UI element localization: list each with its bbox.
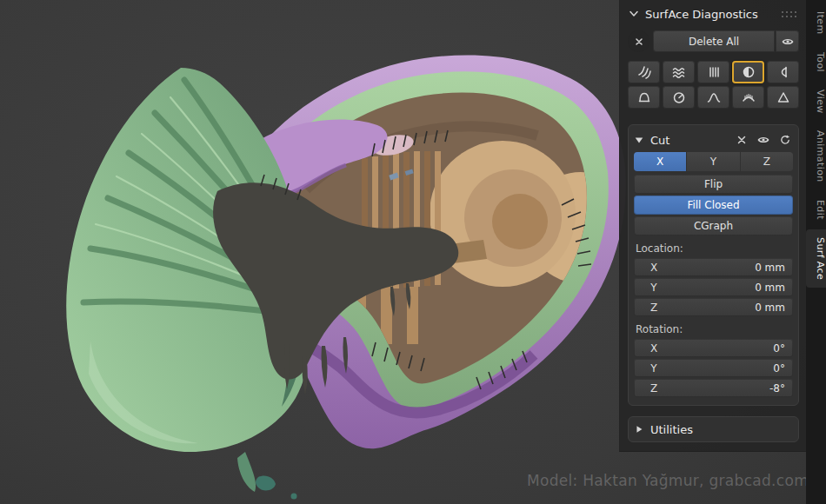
close-icon [736, 134, 748, 146]
location-label: Location: [634, 237, 793, 258]
axis-value: 0 mm [674, 262, 793, 274]
location-z-field[interactable]: Z 0 mm [634, 298, 793, 316]
model-credit-watermark: Model: Haktan Yağmur, grabcad.com [527, 472, 809, 489]
eye-icon [782, 36, 794, 48]
utilities-header[interactable]: Utilities [634, 419, 793, 440]
tangent-arc-icon [776, 65, 790, 79]
axis-letter: Z [634, 302, 674, 314]
flip-button[interactable]: Flip [634, 175, 793, 194]
drag-grip-icon[interactable] [780, 10, 799, 19]
sidebar-tab-view[interactable]: View [806, 82, 826, 122]
chevron-down-icon [628, 8, 640, 20]
fill-closed-button[interactable]: Fill Closed [634, 196, 793, 215]
utilities-title: Utilities [650, 423, 693, 436]
axis-value: 0 mm [674, 282, 793, 294]
gauge-button[interactable] [663, 86, 695, 109]
fan-blade-tips [237, 452, 297, 500]
curvature-comb-icon [742, 90, 756, 104]
cgraph-button[interactable]: CGraph [634, 216, 793, 235]
half-moon-icon [742, 65, 756, 79]
sidebar-tab-surface[interactable]: Surf Ace [806, 229, 826, 288]
close-circle-icon [633, 36, 645, 48]
horizontal-waves-button[interactable] [663, 61, 695, 83]
axis-letter: Z [634, 382, 674, 395]
half-moon-button[interactable] [732, 61, 764, 83]
sidebar-tab-item[interactable]: Item [806, 3, 826, 43]
bell-curve-icon [707, 90, 721, 104]
axis-letter: Y [634, 282, 674, 294]
axis-letter: Y [634, 362, 674, 375]
rotation-label: Rotation: [634, 318, 793, 339]
rotation-x-field[interactable]: X 0° [634, 339, 793, 357]
bell-curve-button[interactable] [697, 86, 729, 109]
axis-tab-y[interactable]: Y [687, 152, 739, 171]
cut-refresh-button[interactable] [777, 132, 793, 148]
horizontal-waves-icon [672, 65, 686, 79]
vertical-lines-icon [707, 65, 721, 79]
remove-button[interactable] [628, 30, 649, 52]
dome-button[interactable] [628, 86, 660, 109]
utilities-subpanel: Utilities [628, 416, 799, 442]
axis-value: -8° [674, 382, 793, 395]
delete-all-row: Delete All [628, 30, 799, 52]
delete-all-button[interactable]: Delete All [653, 30, 775, 52]
cut-subpanel-header[interactable]: Cut [634, 129, 793, 150]
axis-letter: X [634, 342, 674, 355]
triangle-right-icon [634, 424, 644, 434]
cut-title: Cut [650, 134, 669, 147]
cut-visibility-button[interactable] [756, 132, 771, 148]
axis-value: 0 mm [674, 302, 793, 314]
visibility-toggle-button[interactable] [776, 30, 799, 52]
draft-angle-button[interactable] [767, 86, 799, 109]
triangle-down-icon [634, 135, 644, 145]
diagnostic-mode-grid [628, 61, 799, 109]
tangent-arc-button[interactable] [767, 61, 799, 83]
axis-value: 0° [674, 362, 793, 375]
vertical-lines-button[interactable] [697, 61, 729, 83]
location-x-field[interactable]: X 0 mm [634, 258, 793, 276]
panel-header[interactable]: SurfAce Diagnostics [628, 3, 799, 24]
axis-value: 0° [674, 342, 793, 355]
refresh-icon [779, 134, 791, 146]
dome-icon [637, 90, 651, 104]
axis-tab-group: X Y Z [634, 152, 793, 171]
axis-letter: X [634, 262, 674, 274]
eye-icon [757, 134, 769, 146]
zebra-stripes-button[interactable] [628, 61, 660, 83]
surface-diagnostics-panel: SurfAce Diagnostics Delete All [619, 0, 806, 452]
sidebar-tab-animation[interactable]: Animation [806, 123, 826, 190]
location-y-field[interactable]: Y 0 mm [634, 278, 793, 296]
axis-tab-z[interactable]: Z [741, 152, 793, 171]
zebra-stripes-icon [637, 65, 651, 79]
gauge-icon [672, 90, 686, 104]
axis-tab-x[interactable]: X [634, 152, 686, 171]
rotation-z-field[interactable]: Z -8° [634, 379, 793, 397]
curvature-comb-button[interactable] [732, 86, 764, 109]
sidebar-tab-tool[interactable]: Tool [806, 44, 826, 80]
rotation-y-field[interactable]: Y 0° [634, 359, 793, 377]
cut-subpanel: Cut X Y Z [628, 124, 799, 406]
sidebar-tab-strip: Item Tool View Animation Edit Surf Ace [806, 0, 826, 504]
blender-window: Model: Haktan Yağmur, grabcad.com SurfAc… [0, 0, 826, 504]
draft-angle-icon [776, 90, 790, 104]
panel-title: SurfAce Diagnostics [645, 8, 775, 21]
sidebar-tab-edit[interactable]: Edit [806, 192, 826, 228]
cut-close-button[interactable] [734, 132, 749, 148]
